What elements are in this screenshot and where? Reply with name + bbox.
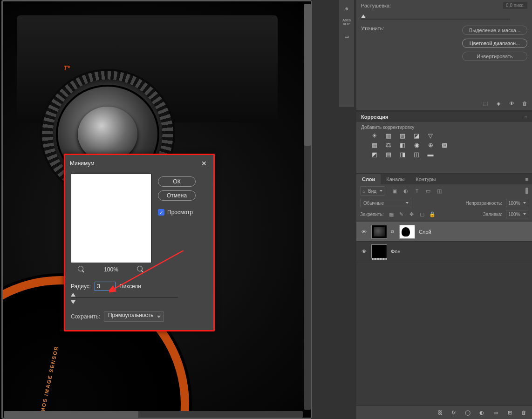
axis-panel-icon[interactable]: AXIS0HP <box>341 17 352 28</box>
panel-menu-icon[interactable]: ≡ <box>525 114 527 120</box>
slider-thumb[interactable] <box>71 293 75 297</box>
visibility-toggle-icon[interactable]: 👁 <box>360 249 368 254</box>
lock-position-icon[interactable]: ✥ <box>408 211 416 217</box>
radius-input[interactable] <box>95 282 116 291</box>
ok-button[interactable]: ОК <box>158 176 196 187</box>
slider-marker-icon <box>71 300 75 304</box>
opacity-dropdown[interactable]: 100% <box>506 199 528 207</box>
glyphs-panel-icon[interactable]: ⎈ <box>341 3 352 14</box>
libraries-panel-icon[interactable]: ▭ <box>341 31 352 42</box>
feather-value[interactable]: 0,0 пикс. <box>503 2 527 9</box>
photo-filter-icon[interactable]: ◉ <box>412 141 421 149</box>
adjustments-subtitle: Добавить корректировку <box>356 122 532 131</box>
invert-button[interactable]: Инвертировать <box>462 52 527 61</box>
lens-marking: T* <box>63 64 70 72</box>
load-selection-icon[interactable]: ◈ <box>495 100 502 107</box>
checkbox-checked-icon[interactable]: ✓ <box>158 209 164 216</box>
channel-mixer-icon[interactable]: ⊕ <box>426 141 435 149</box>
fill-dropdown[interactable]: 100% <box>506 210 528 218</box>
adjustments-panel: Коррекция ≡ Добавить корректировку ☀ ▥ ▨… <box>356 112 532 173</box>
dialog-title: Минимум <box>70 160 95 167</box>
radius-label: Радиус: <box>71 283 91 290</box>
opacity-label: Непрозрачность: <box>465 201 502 206</box>
mask-thumbnail[interactable] <box>399 225 415 239</box>
layer-name[interactable]: Фон <box>391 249 401 254</box>
filter-smart-icon[interactable]: ◫ <box>436 188 443 194</box>
lock-label: Закрепить: <box>360 212 384 217</box>
lock-artboard-icon[interactable]: ▢ <box>418 211 426 217</box>
h-scroll-thumb[interactable] <box>4 411 138 418</box>
mask-boundary-icon[interactable]: ⬚ <box>482 100 489 107</box>
gradient-map-icon[interactable]: ◫ <box>412 150 421 158</box>
filter-type-icon[interactable]: T <box>413 188 421 194</box>
layer-thumbnail[interactable] <box>371 225 387 239</box>
new-layer-icon[interactable]: ⊞ <box>506 409 513 416</box>
layer-filter-dropdown[interactable]: Вид <box>360 186 385 196</box>
bw-icon[interactable]: ◧ <box>398 141 407 149</box>
layers-list: 👁 ⧉ Слой 👁 Фон <box>356 222 532 405</box>
filter-preview[interactable] <box>71 174 151 263</box>
collapsed-panel-strip: ⎈ AXIS0HP ▭ <box>339 0 354 107</box>
posterize-icon[interactable]: ▤ <box>384 150 393 158</box>
feather-slider[interactable] <box>361 16 510 22</box>
vibrance-icon[interactable]: ▽ <box>426 132 435 139</box>
minimum-dialog: Минимум ✕ ОК Отмена ✓ Просмотр 100% Ради… <box>64 154 215 331</box>
visibility-toggle-icon[interactable]: 👁 <box>360 229 368 235</box>
color-range-button[interactable]: Цветовой диапазон... <box>462 39 527 48</box>
curves-icon[interactable]: ▨ <box>398 132 407 139</box>
invert-icon[interactable]: ◩ <box>370 150 379 158</box>
filter-adjust-icon[interactable]: ◐ <box>402 188 409 194</box>
toggle-visibility-icon[interactable]: 👁 <box>508 100 515 107</box>
select-and-mask-button[interactable]: Выделение и маска... <box>462 26 527 35</box>
radius-unit: Пиксели <box>119 283 141 290</box>
filter-pixel-icon[interactable]: ▣ <box>391 188 398 194</box>
preview-label: Просмотр <box>167 209 193 216</box>
lock-transparent-icon[interactable]: ▩ <box>388 211 395 217</box>
link-layers-icon[interactable]: ⛓ <box>436 409 443 416</box>
threshold-icon[interactable]: ◨ <box>398 150 407 158</box>
selective-color-icon[interactable]: ▬ <box>426 150 435 158</box>
lock-all-icon[interactable]: 🔒 <box>429 211 436 217</box>
new-fill-adjustment-icon[interactable]: ◐ <box>478 409 485 416</box>
close-icon[interactable]: ✕ <box>199 159 209 168</box>
feather-label: Растушевка: <box>361 3 391 8</box>
lock-image-icon[interactable]: ✎ <box>398 211 405 217</box>
radius-slider[interactable] <box>71 295 178 300</box>
layers-panel: Слои Каналы Контуры ≡ Вид ▣ ◐ T ▭ ◫ Обыч… <box>356 174 532 419</box>
layer-item[interactable]: 👁 ⧉ Слой <box>356 222 532 242</box>
tab-layers[interactable]: Слои <box>356 174 381 184</box>
layer-name[interactable]: Слой <box>419 229 431 235</box>
trash-icon[interactable]: 🗑 <box>521 100 528 107</box>
filter-toggle[interactable] <box>525 188 528 194</box>
color-lookup-icon[interactable]: ▩ <box>440 141 449 149</box>
tab-paths[interactable]: Контуры <box>410 174 441 184</box>
zoom-percent[interactable]: 100% <box>104 266 118 273</box>
new-group-icon[interactable]: ▭ <box>492 409 499 416</box>
cancel-button[interactable]: Отмена <box>158 190 196 201</box>
layers-panel-menu-icon[interactable]: ≡ <box>522 174 532 184</box>
layer-fx-icon[interactable]: fx <box>450 409 457 416</box>
preview-checkbox-row[interactable]: ✓ Просмотр <box>158 209 196 216</box>
color-balance-icon[interactable]: ⚖ <box>384 141 393 149</box>
brightness-icon[interactable]: ☀ <box>370 132 379 139</box>
delete-layer-icon[interactable]: 🗑 <box>520 409 527 416</box>
blend-mode-dropdown[interactable]: Обычные <box>360 199 411 207</box>
zoom-out-icon[interactable] <box>78 266 85 273</box>
mask-link-icon[interactable]: ⧉ <box>391 229 396 235</box>
levels-icon[interactable]: ▥ <box>384 132 393 139</box>
filter-shape-icon[interactable]: ▭ <box>424 188 432 194</box>
refine-label: Уточнить: <box>361 26 384 31</box>
vertical-scrollbar[interactable] <box>304 4 311 410</box>
layer-thumbnail[interactable] <box>371 244 387 258</box>
add-mask-icon[interactable]: ◯ <box>464 409 471 416</box>
exposure-icon[interactable]: ◪ <box>412 132 421 139</box>
hue-sat-icon[interactable]: ▦ <box>370 141 379 149</box>
zoom-in-icon[interactable] <box>137 266 144 273</box>
layer-item[interactable]: 👁 Фон <box>356 242 532 261</box>
tab-channels[interactable]: Каналы <box>381 174 410 184</box>
v-scroll-thumb[interactable] <box>304 4 311 146</box>
properties-panel: Растушевка: 0,0 пикс. Уточнить: Выделени… <box>356 0 532 110</box>
horizontal-scrollbar[interactable] <box>4 411 303 418</box>
preserve-dropdown[interactable]: Прямоугольность <box>104 311 164 322</box>
adjustments-title: Коррекция <box>361 114 388 120</box>
